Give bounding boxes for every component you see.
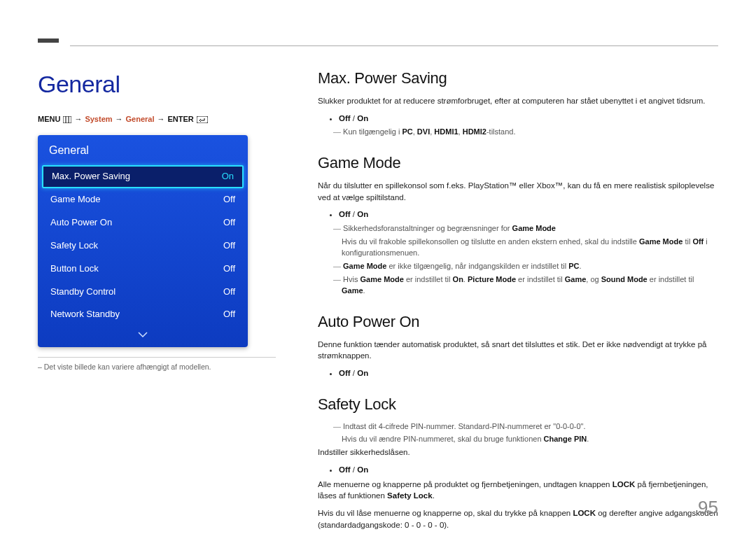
page-number: 95	[698, 495, 718, 521]
note-pc-unavailable: Game Mode er ikke tilgængelig, når indga…	[328, 261, 718, 272]
heading-game-mode: Game Mode	[318, 152, 718, 174]
heading-safety-lock: Safety Lock	[318, 393, 718, 416]
option-off-on: Off / On	[339, 464, 718, 476]
note-availability: Kun tilgængelig i PC, DVI, HDMI1, HDMI2-…	[328, 127, 718, 138]
p-unlock: Hvis du vil låse menuerne og knapperne o…	[318, 507, 718, 531]
osd-value: Off	[223, 308, 235, 321]
desc-auto-power: Denne funktion tænder automatisk produkt…	[318, 339, 718, 362]
note-pin-sub: Hvis du vil ændre PIN-nummeret, skal du …	[328, 434, 718, 445]
osd-value: On	[222, 170, 234, 183]
osd-label: Auto Power On	[50, 216, 112, 230]
osd-value: Off	[223, 262, 235, 276]
section-game-mode: Game Mode Når du tilslutter en spillekon…	[318, 152, 718, 297]
divider	[38, 357, 276, 358]
chapter-mark	[38, 38, 59, 43]
osd-title: General	[38, 135, 248, 165]
option-off-on: Off / On	[339, 367, 718, 379]
option-off-on: Off / On	[339, 209, 718, 220]
osd-row-standby[interactable]: Standby Control Off	[38, 281, 248, 304]
osd-row-game-mode[interactable]: Game Mode Off	[38, 188, 248, 211]
arrow-icon: →	[158, 114, 165, 125]
osd-row-button-lock[interactable]: Button Lock Off	[38, 258, 248, 281]
option-off-on: Off / On	[339, 113, 718, 125]
desc-safety-lock: Indstiller sikkerhedslåsen.	[318, 447, 718, 458]
svg-rect-0	[63, 116, 71, 123]
osd-label: Max. Power Saving	[52, 170, 130, 183]
section-max-power: Max. Power Saving Slukker produktet for …	[318, 67, 718, 138]
breadcrumb-general: General	[126, 114, 155, 125]
heading-max-power: Max. Power Saving	[318, 67, 718, 90]
osd-label: Button Lock	[50, 262, 99, 276]
model-footnote: Det viste billede kan variere afhængigt …	[38, 362, 276, 372]
enter-icon	[197, 114, 208, 125]
osd-label: Safety Lock	[50, 239, 98, 253]
osd-value: Off	[223, 286, 235, 299]
osd-row-auto-power[interactable]: Auto Power On Off	[38, 211, 248, 234]
arrow-icon: →	[74, 114, 82, 125]
breadcrumb: MENU → System → General → ENTER	[38, 114, 276, 125]
section-auto-power: Auto Power On Denne funktion tænder auto…	[318, 311, 718, 379]
p-lock-behavior: Alle menuerne og knapperne på produktet …	[318, 479, 718, 502]
top-rule	[70, 45, 718, 46]
osd-value: Off	[223, 193, 235, 206]
note-mode-linked: Hvis Game Mode er indstillet til On. Pic…	[328, 274, 718, 297]
osd-label: Network Standby	[50, 308, 120, 321]
note-precautions: Sikkerhedsforanstaltninger og begrænsnin…	[328, 223, 718, 234]
heading-auto-power: Auto Power On	[318, 311, 718, 333]
osd-value: Off	[223, 216, 235, 230]
osd-row-max-power[interactable]: Max. Power Saving On	[42, 165, 244, 188]
section-safety-lock: Safety Lock Indtast dit 4-cifrede PIN-nu…	[318, 393, 718, 531]
osd-label: Game Mode	[50, 193, 101, 206]
desc-game-mode: Når du tilslutter en spillekonsol som f.…	[318, 180, 718, 203]
breadcrumb-enter: ENTER	[168, 114, 194, 125]
note-precautions-sub: Hvis du vil frakoble spillekonsollen og …	[328, 237, 718, 259]
osd-row-safety-lock[interactable]: Safety Lock Off	[38, 234, 248, 258]
osd-label: Standby Control	[50, 286, 115, 299]
note-pin: Indtast dit 4-cifrede PIN-nummer. Standa…	[328, 421, 718, 433]
svg-rect-3	[197, 116, 208, 123]
desc-max-power: Slukker produktet for at reducere strømf…	[318, 95, 718, 107]
arrow-icon: →	[115, 114, 123, 125]
section-title: General	[38, 67, 276, 101]
osd-value: Off	[223, 239, 235, 253]
osd-row-network-standby[interactable]: Network Standby Off	[38, 303, 248, 326]
osd-panel: General Max. Power Saving On Game Mode O…	[38, 135, 248, 346]
chevron-down-icon[interactable]	[38, 326, 248, 346]
breadcrumb-system: System	[85, 114, 112, 125]
menu-icon	[63, 114, 71, 125]
breadcrumb-menu: MENU	[38, 114, 60, 125]
